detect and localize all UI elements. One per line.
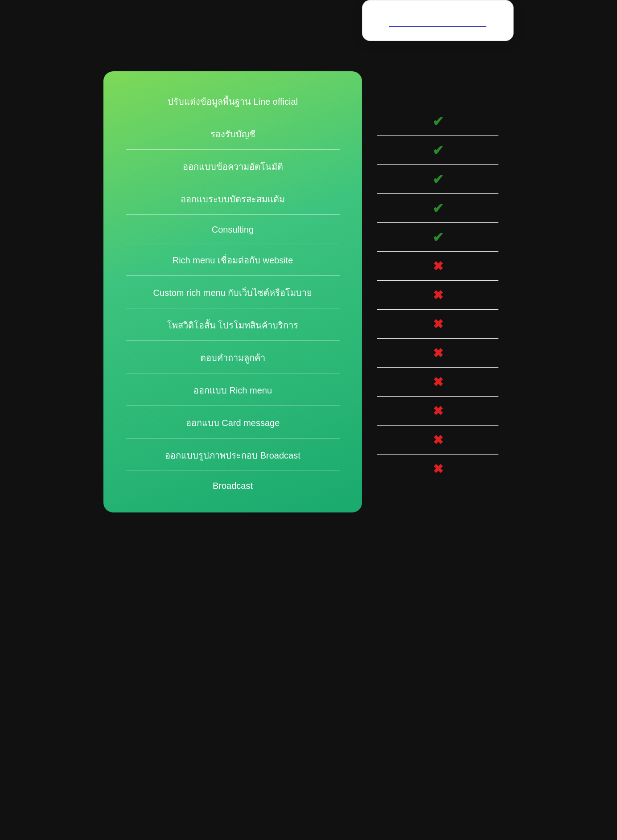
features-list: ปรับแต่งข้อมูลพื้นฐาน Line officialรองรั…	[103, 85, 362, 499]
feature-name: Consulting	[103, 215, 362, 243]
pack1-cell: ✖	[362, 426, 514, 454]
list-item: ออกแบบรูปภาพประกอบ Broadcast	[103, 438, 362, 471]
pack1-cell: ✔	[362, 223, 514, 251]
pack1-cell: ✖	[362, 310, 514, 338]
feature-name: Custom rich menu กับเว็บไซต์หรือโมบาย	[103, 276, 362, 308]
pack1-cell: ✔	[362, 165, 514, 193]
pack-price	[362, 22, 513, 26]
pack-card	[362, 0, 514, 41]
pack1-cell: ✔	[362, 107, 514, 135]
main-content: ปรับแต่งข้อมูลพื้นฐาน Line officialรองรั…	[103, 71, 514, 512]
cross-icon: ✖	[433, 462, 443, 476]
pack-price-divider	[389, 26, 486, 27]
pack1-cell: ✖	[362, 455, 514, 483]
list-item: โพสวิดิโอสั้น โปรโมทสินค้าบริการ	[103, 308, 362, 340]
cross-icon: ✖	[433, 404, 443, 418]
list-item: ออกแบระบบบัตรสะสมแต้ม	[103, 182, 362, 214]
list-item: ตอบคำถามลูกค้า	[103, 341, 362, 373]
pack1-cell: ✖	[362, 397, 514, 425]
feature-name: ตอบคำถามลูกค้า	[103, 341, 362, 373]
list-item: ปรับแต่งข้อมูลพื้นฐาน Line official	[103, 85, 362, 117]
feature-name: ออกแบบ Rich menu	[103, 373, 362, 406]
pack-title	[362, 10, 513, 22]
pack1-column: ✔✔✔✔✔✖✖✖✖✖✖✖✖	[362, 71, 514, 512]
list-item: Rich menu เชื่อมต่อกับ website	[103, 243, 362, 275]
feature-name: ออกแบบรูปภาพประกอบ Broadcast	[103, 438, 362, 471]
list-item: รองรับบัญชี	[103, 117, 362, 149]
list-item: ออกแบบข้อความอัตโนมัติ	[103, 150, 362, 182]
check-icon: ✔	[432, 143, 444, 158]
feature-name: ออกแบบ Card message	[103, 406, 362, 438]
green-panel: ปรับแต่งข้อมูลพื้นฐาน Line officialรองรั…	[103, 71, 362, 512]
feature-name: Rich menu เชื่อมต่อกับ website	[103, 243, 362, 275]
pack1-cell: ✖	[362, 252, 514, 280]
pack1-cell: ✖	[362, 368, 514, 396]
pack1-cell: ✖	[362, 281, 514, 309]
check-icon: ✔	[432, 229, 444, 245]
feature-name: รองรับบัญชี	[103, 117, 362, 149]
list-item: Custom rich menu กับเว็บไซต์หรือโมบาย	[103, 276, 362, 308]
check-icon: ✔	[432, 201, 444, 216]
cross-icon: ✖	[433, 259, 443, 274]
pack1-column-inner: ✔✔✔✔✔✖✖✖✖✖✖✖✖	[362, 107, 514, 483]
pack1-cell: ✔	[362, 194, 514, 222]
cross-icon: ✖	[433, 433, 443, 447]
list-item: Consulting	[103, 215, 362, 243]
cross-icon: ✖	[433, 317, 443, 332]
list-item: ออกแบบ Rich menu	[103, 373, 362, 406]
pack1-cell: ✖	[362, 339, 514, 367]
page-wrapper: ปรับแต่งข้อมูลพื้นฐาน Line officialรองรั…	[103, 0, 514, 512]
pack1-cell: ✔	[362, 136, 514, 164]
cross-icon: ✖	[433, 375, 443, 389]
feature-name: Broadcast	[103, 471, 362, 499]
cross-icon: ✖	[433, 288, 443, 303]
feature-name: ปรับแต่งข้อมูลพื้นฐาน Line official	[103, 85, 362, 117]
feature-name: ออกแบระบบบัตรสะสมแต้ม	[103, 182, 362, 214]
feature-name: โพสวิดิโอสั้น โปรโมทสินค้าบริการ	[103, 308, 362, 340]
check-icon: ✔	[432, 114, 444, 129]
check-icon: ✔	[432, 172, 444, 187]
feature-name: ออกแบบข้อความอัตโนมัติ	[103, 150, 362, 182]
cross-icon: ✖	[433, 346, 443, 361]
list-item: Broadcast	[103, 471, 362, 499]
list-item: ออกแบบ Card message	[103, 406, 362, 438]
